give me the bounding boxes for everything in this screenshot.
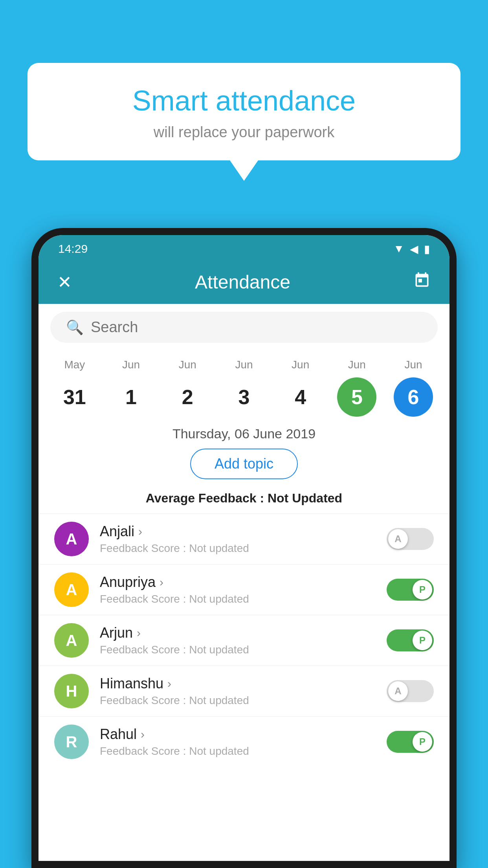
student-feedback: Feedback Score : Not updated xyxy=(100,745,376,758)
toggle-knob: P xyxy=(413,580,432,600)
calendar-button[interactable] xyxy=(413,272,431,293)
close-button[interactable]: ✕ xyxy=(57,272,72,292)
search-input[interactable] xyxy=(91,319,422,336)
status-time: 14:29 xyxy=(58,242,88,256)
day-number[interactable]: 2 xyxy=(168,377,207,417)
day-number[interactable]: 1 xyxy=(112,377,151,417)
calendar-day[interactable]: Jun6 xyxy=(390,359,437,417)
avg-feedback: Average Feedback : Not Updated xyxy=(39,487,449,513)
student-info: Himanshu ›Feedback Score : Not updated xyxy=(100,675,376,707)
signal-icon: ◀ xyxy=(410,243,418,256)
student-info: Rahul ›Feedback Score : Not updated xyxy=(100,726,376,758)
chevron-right-icon: › xyxy=(141,728,145,741)
attendance-toggle[interactable]: P xyxy=(387,629,434,651)
list-item[interactable]: AAnjali ›Feedback Score : Not updatedA xyxy=(39,513,449,564)
student-name: Arjun › xyxy=(100,625,376,641)
student-name: Rahul › xyxy=(100,726,376,743)
calendar-day[interactable]: May31 xyxy=(51,359,98,417)
selected-date: Thursday, 06 June 2019 xyxy=(39,417,449,449)
student-name: Anupriya › xyxy=(100,574,376,590)
student-info: Anupriya ›Feedback Score : Not updated xyxy=(100,574,376,605)
list-item[interactable]: RRahul ›Feedback Score : Not updatedP xyxy=(39,716,449,767)
day-number[interactable]: 3 xyxy=(224,377,264,417)
day-month: Jun xyxy=(235,359,253,371)
calendar-day[interactable]: Jun5 xyxy=(333,359,380,417)
search-icon: 🔍 xyxy=(66,319,84,336)
student-list: AAnjali ›Feedback Score : Not updatedAAA… xyxy=(39,513,449,861)
day-month: Jun xyxy=(404,359,422,371)
student-feedback: Feedback Score : Not updated xyxy=(100,644,376,656)
attendance-toggle[interactable]: P xyxy=(387,731,434,753)
avatar: R xyxy=(54,725,89,759)
day-number[interactable]: 6 xyxy=(394,377,433,417)
calendar-day[interactable]: Jun1 xyxy=(108,359,155,417)
chevron-right-icon: › xyxy=(160,576,163,589)
toggle-knob: P xyxy=(413,732,432,752)
attendance-toggle[interactable]: P xyxy=(387,579,434,601)
battery-icon: ▮ xyxy=(424,243,430,256)
add-topic-button[interactable]: Add topic xyxy=(190,449,298,479)
student-name: Anjali › xyxy=(100,523,376,540)
avg-feedback-label: Average Feedback : xyxy=(146,491,264,505)
student-name: Himanshu › xyxy=(100,675,376,692)
day-month: May xyxy=(64,359,85,371)
avg-feedback-value: Not Updated xyxy=(268,491,342,505)
phone-screen: 14:29 ▼ ◀ ▮ ✕ Attendance 🔍 May31Jun1Jun2… xyxy=(39,235,449,861)
status-icons: ▼ ◀ ▮ xyxy=(393,243,430,256)
avatar: A xyxy=(54,623,89,658)
toggle-knob: P xyxy=(413,631,432,650)
day-month: Jun xyxy=(122,359,140,371)
calendar-day[interactable]: Jun4 xyxy=(277,359,324,417)
phone-frame: 14:29 ▼ ◀ ▮ ✕ Attendance 🔍 May31Jun1Jun2… xyxy=(31,228,457,868)
student-info: Anjali ›Feedback Score : Not updated xyxy=(100,523,376,555)
avatar: A xyxy=(54,572,89,607)
student-feedback: Feedback Score : Not updated xyxy=(100,542,376,555)
list-item[interactable]: HHimanshu ›Feedback Score : Not updatedA xyxy=(39,666,449,716)
toggle-knob: A xyxy=(388,529,408,549)
student-feedback: Feedback Score : Not updated xyxy=(100,694,376,707)
day-month: Jun xyxy=(179,359,196,371)
speech-bubble: Smart attendance will replace your paper… xyxy=(28,63,460,160)
student-info: Arjun ›Feedback Score : Not updated xyxy=(100,625,376,656)
day-month: Jun xyxy=(292,359,309,371)
chevron-right-icon: › xyxy=(137,626,141,640)
search-container[interactable]: 🔍 xyxy=(50,312,438,343)
calendar-day[interactable]: Jun3 xyxy=(220,359,268,417)
student-feedback: Feedback Score : Not updated xyxy=(100,593,376,605)
chevron-right-icon: › xyxy=(167,677,171,690)
list-item[interactable]: AArjun ›Feedback Score : Not updatedP xyxy=(39,615,449,666)
calendar-day[interactable]: Jun2 xyxy=(164,359,211,417)
toggle-knob: A xyxy=(388,681,408,701)
chevron-right-icon: › xyxy=(138,525,142,538)
attendance-toggle[interactable]: A xyxy=(387,528,434,550)
attendance-toggle[interactable]: A xyxy=(387,680,434,702)
speech-bubble-title: Smart attendance xyxy=(51,85,437,117)
avatar: A xyxy=(54,522,89,556)
speech-bubble-subtitle: will replace your paperwork xyxy=(51,124,437,141)
list-item[interactable]: AAnupriya ›Feedback Score : Not updatedP xyxy=(39,564,449,615)
calendar-row: May31Jun1Jun2Jun3Jun4Jun5Jun6 xyxy=(39,351,449,417)
app-bar-title: Attendance xyxy=(195,271,290,293)
avatar: H xyxy=(54,674,89,708)
day-month: Jun xyxy=(348,359,366,371)
status-bar: 14:29 ▼ ◀ ▮ xyxy=(39,235,449,260)
wifi-icon: ▼ xyxy=(393,243,404,255)
app-bar: ✕ Attendance xyxy=(39,260,449,304)
day-number[interactable]: 4 xyxy=(281,377,320,417)
day-number[interactable]: 31 xyxy=(55,377,94,417)
day-number[interactable]: 5 xyxy=(337,377,376,417)
